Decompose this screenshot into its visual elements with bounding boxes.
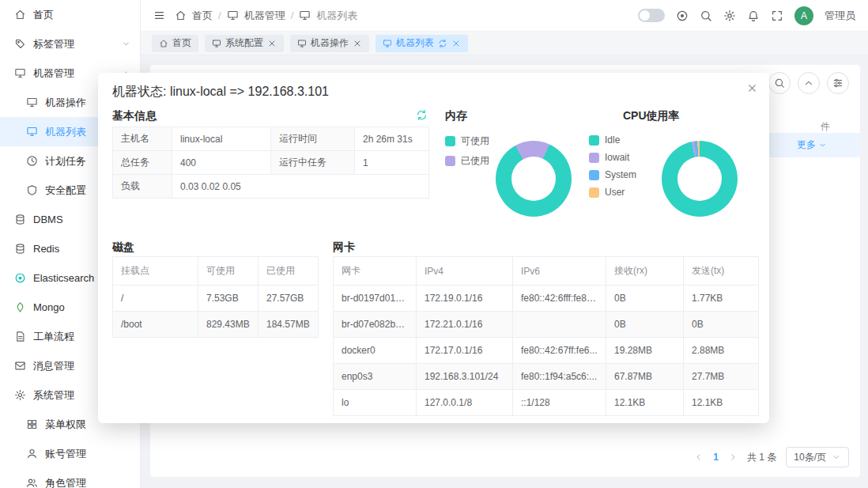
sidebar-item-role-management[interactable]: 角色管理: [0, 468, 140, 488]
sidebar-item-label: 机器管理: [33, 66, 74, 81]
current-page[interactable]: 1: [713, 452, 719, 463]
table-row: 主机名 linux-local 运行时间 2h 26m 31s: [113, 127, 429, 151]
sidebar-item-account-management[interactable]: 账号管理: [0, 439, 140, 468]
column-filter-button[interactable]: [827, 72, 849, 94]
cell: [513, 312, 606, 338]
legend-item[interactable]: Iowait: [589, 152, 636, 163]
sidebar-item-label: 安全配置: [45, 183, 86, 198]
refresh-icon[interactable]: [416, 109, 428, 121]
value-cell: 1: [355, 151, 429, 175]
mongodb-leaf-icon: [14, 301, 26, 313]
table-header-row: 挂载点 可使用 已使用: [113, 257, 319, 286]
record-icon[interactable]: [676, 9, 689, 22]
pagination: 1 共 1 条 10条/页: [694, 447, 849, 467]
table-row: 总任务 400 运行中任务 1: [113, 151, 429, 175]
legend-label: Iowait: [605, 152, 629, 163]
chevron-up-icon: [803, 78, 814, 89]
legend-label: User: [605, 187, 625, 198]
search-button[interactable]: [768, 72, 791, 94]
monitor-icon: [227, 9, 239, 21]
total-count: 共 1 条: [747, 451, 776, 464]
occluded-column-header-fragment: 件: [821, 120, 830, 134]
cell: 184.57MB: [259, 312, 319, 338]
bell-icon[interactable]: [747, 9, 760, 22]
more-link[interactable]: 更多: [797, 138, 827, 152]
more-link-label: 更多: [797, 138, 816, 152]
sidebar-item-label: 机器列表: [45, 125, 86, 139]
monitor-icon: [297, 39, 307, 48]
header-actions: A 管理员: [638, 6, 855, 25]
legend-item[interactable]: 可使用: [445, 134, 489, 148]
column-header: 接收(rx): [606, 257, 684, 286]
refresh-icon[interactable]: [438, 39, 447, 48]
machine-status-dialog: 机器状态: linux-local => 192.168.3.101 基本信息 …: [98, 73, 769, 423]
breadcrumb-separator: /: [291, 9, 294, 21]
cell: 0B: [684, 312, 759, 338]
monitor-icon: [14, 67, 26, 79]
cell: br-d0197d01ee...: [334, 286, 417, 312]
legend-item[interactable]: System: [589, 169, 636, 180]
page-size-select[interactable]: 10条/页: [786, 447, 849, 467]
monitor-icon: [26, 96, 38, 108]
collapse-button[interactable]: [798, 72, 820, 94]
tab-home[interactable]: 首页: [152, 35, 198, 52]
close-icon[interactable]: [353, 39, 362, 48]
value-cell: 2h 26m 31s: [355, 127, 429, 151]
toggle-knob: [640, 10, 650, 21]
fullscreen-icon[interactable]: [771, 9, 783, 22]
next-page-button[interactable]: [728, 452, 738, 462]
cell: fe80::42:6fff:fe8e...: [513, 286, 606, 312]
value-cell: linux-local: [172, 127, 271, 151]
close-icon[interactable]: [746, 82, 758, 94]
gear-icon[interactable]: [723, 9, 736, 22]
tab-label: 系统配置: [225, 36, 263, 50]
value-cell: 0.03 0.02 0.05: [172, 175, 429, 199]
cell: 27.7MB: [684, 364, 759, 390]
home-icon: [159, 39, 168, 48]
disk-heading: 磁盘: [112, 240, 134, 255]
top-bar: 首页 / 机器管理 / 机器列表 A 管理员: [141, 0, 868, 32]
legend-item[interactable]: User: [589, 187, 636, 198]
cell: lo: [334, 390, 417, 416]
sidebar-item-label: 机器操作: [45, 96, 86, 110]
tab-label: 机器列表: [396, 36, 434, 50]
sidebar-item-home[interactable]: 首页: [0, 0, 140, 29]
avatar[interactable]: A: [794, 6, 813, 25]
redis-icon: [14, 243, 26, 255]
sidebar-item-tag-management[interactable]: 标签管理: [0, 29, 140, 59]
prev-page-button[interactable]: [694, 452, 704, 462]
search-icon[interactable]: [700, 9, 712, 22]
tab-label: 机器操作: [311, 36, 349, 50]
table-row: 负载 0.03 0.02 0.05: [113, 175, 429, 199]
table-row: enp0s3 192.168.3.101/24 fe80::1f94:a5c6:…: [334, 364, 759, 390]
tab-label: 首页: [172, 36, 191, 50]
mail-icon: [14, 360, 26, 372]
database-icon: [14, 214, 26, 225]
legend-label: 已使用: [461, 154, 489, 168]
breadcrumb-item[interactable]: 机器管理: [244, 9, 285, 23]
hamburger-menu-icon[interactable]: [153, 9, 165, 21]
column-header: 发送(tx): [684, 257, 759, 286]
label-cell: 运行时间: [271, 127, 355, 151]
legend-item[interactable]: Idle: [589, 134, 636, 146]
close-icon[interactable]: [451, 39, 461, 48]
breadcrumb-item[interactable]: 首页: [192, 9, 213, 23]
tab-machine-operations[interactable]: 机器操作: [290, 35, 369, 52]
cell: /: [113, 286, 198, 312]
breadcrumb: 首页 / 机器管理 / 机器列表: [175, 9, 357, 23]
memory-legend: 可使用 已使用: [445, 134, 489, 168]
tab-machine-list[interactable]: 机器列表: [376, 35, 468, 52]
table-row: docker0 172.17.0.1/16 fe80::42:67ff:fe6.…: [334, 338, 759, 364]
search-icon: [774, 78, 785, 89]
sidebar-item-label: 账号管理: [45, 447, 86, 461]
column-header: 网卡: [334, 257, 417, 286]
disk-table: 挂载点 可使用 已使用 / 7.53GB 27.57GB /boot 829.4…: [112, 256, 319, 338]
elasticsearch-icon: [14, 272, 26, 284]
breadcrumb-item-current: 机器列表: [316, 9, 357, 23]
close-icon[interactable]: [267, 39, 277, 48]
legend-item[interactable]: 已使用: [445, 154, 489, 168]
chevron-down-icon: [122, 40, 130, 48]
tab-system-config[interactable]: 系统配置: [205, 35, 284, 52]
theme-toggle[interactable]: [638, 9, 665, 22]
network-table: 网卡 IPv4 IPv6 接收(rx) 发送(tx) br-d0197d01ee…: [333, 256, 759, 416]
